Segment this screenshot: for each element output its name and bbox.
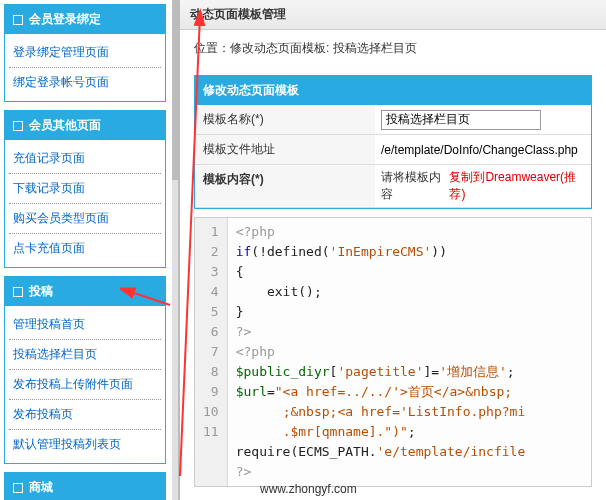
main-content: 动态页面模板管理 位置：修改动态页面模板: 投稿选择栏目页 修改动态页面模板 模… — [178, 0, 606, 500]
sidebar-item[interactable]: 登录绑定管理页面 — [9, 38, 161, 68]
sidebar-item[interactable]: 点卡充值页面 — [9, 234, 161, 263]
sidebar-item[interactable]: 购买会员类型页面 — [9, 204, 161, 234]
breadcrumb: 位置：修改动态页面模板: 投稿选择栏目页 — [180, 30, 606, 67]
sidebar-item[interactable]: 充值记录页面 — [9, 144, 161, 174]
sidebar-item[interactable]: 下载记录页面 — [9, 174, 161, 204]
panel-header[interactable]: 会员其他页面 — [5, 111, 165, 140]
panel-contribute: 投稿 管理投稿首页 投稿选择栏目页 发布投稿上传附件页面 发布投稿页 默认管理投… — [4, 276, 166, 464]
square-icon — [13, 121, 23, 131]
sidebar-item[interactable]: 发布投稿上传附件页面 — [9, 370, 161, 400]
template-name-input[interactable] — [381, 110, 541, 130]
label-template-name: 模板名称(*) — [195, 105, 375, 134]
panel-header[interactable]: 商城 — [5, 473, 165, 500]
sidebar: 会员登录绑定 登录绑定管理页面 绑定登录帐号页面 会员其他页面 充值记录页面 下… — [0, 0, 170, 500]
square-icon — [13, 287, 23, 297]
footer-watermark: www.zhongyf.com — [260, 482, 357, 496]
line-gutter: 1234567891011 — [195, 218, 228, 486]
content-hint: 请将模板内容复制到Dreamweaver(推荐) — [375, 165, 591, 207]
panel-login-bind: 会员登录绑定 登录绑定管理页面 绑定登录帐号页面 — [4, 4, 166, 102]
sidebar-item[interactable]: 默认管理投稿列表页 — [9, 430, 161, 459]
form-header: 修改动态页面模板 — [195, 76, 591, 105]
sidebar-item[interactable]: 管理投稿首页 — [9, 310, 161, 340]
template-file-value: /e/template/DoInfo/ChangeClass.php — [375, 135, 591, 164]
code-editor[interactable]: 1234567891011 <?phpif(!defined('InEmpire… — [194, 217, 592, 487]
sidebar-item-select-column[interactable]: 投稿选择栏目页 — [9, 340, 161, 370]
sidebar-item[interactable]: 绑定登录帐号页面 — [9, 68, 161, 97]
panel-header[interactable]: 会员登录绑定 — [5, 5, 165, 34]
panel-title: 会员登录绑定 — [29, 11, 101, 28]
form-block: 修改动态页面模板 模板名称(*) 模板文件地址 /e/template/DoIn… — [194, 75, 592, 209]
code-content[interactable]: <?phpif(!defined('InEmpireCMS')){ exit()… — [228, 218, 534, 486]
sidebar-item[interactable]: 发布投稿页 — [9, 400, 161, 430]
label-template-content: 模板内容(*) — [195, 165, 375, 207]
panel-header[interactable]: 投稿 — [5, 277, 165, 306]
page-title: 动态页面模板管理 — [180, 0, 606, 30]
panel-title: 投稿 — [29, 283, 53, 300]
panel-title: 会员其他页面 — [29, 117, 101, 134]
label-template-file: 模板文件地址 — [195, 135, 375, 164]
square-icon — [13, 483, 23, 493]
panel-member-other: 会员其他页面 充值记录页面 下载记录页面 购买会员类型页面 点卡充值页面 — [4, 110, 166, 268]
panel-shop: 商城 购物车页面 提交订单页面 确认提交订单页面 — [4, 472, 166, 500]
panel-title: 商城 — [29, 479, 53, 496]
square-icon — [13, 15, 23, 25]
